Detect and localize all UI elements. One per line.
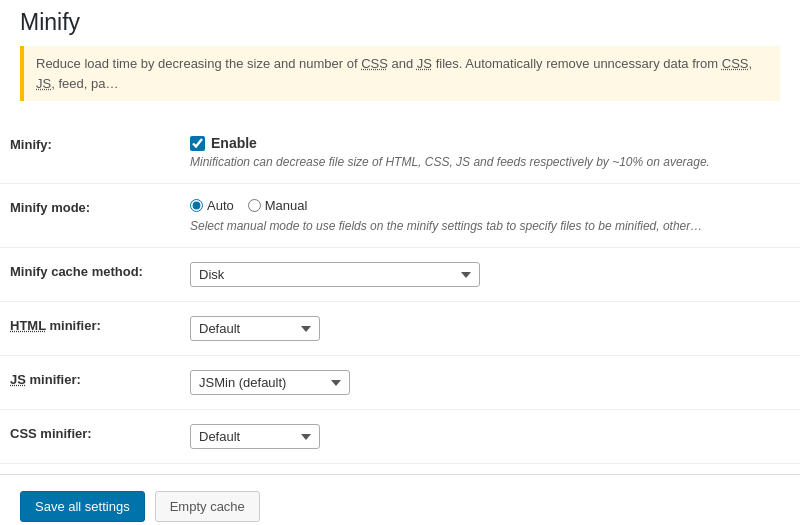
html-minifier-label: HTML minifier:: [10, 318, 101, 333]
js-link[interactable]: JS: [417, 56, 432, 71]
css-minifier-row: CSS minifier: Default YUI Compressor Non…: [0, 410, 800, 464]
js-minifier-select[interactable]: JSMin (default) Closure Compiler YUI Com…: [190, 370, 350, 395]
minify-label: Minify:: [10, 137, 52, 152]
js-minifier-value-cell: JSMin (default) Closure Compiler YUI Com…: [180, 356, 800, 410]
minify-note: Minification can decrease file size of H…: [190, 155, 790, 169]
minify-enable-checkbox[interactable]: [190, 136, 205, 151]
css-link[interactable]: CSS: [361, 56, 388, 71]
enable-checkbox-row: Enable: [190, 135, 790, 151]
mode-manual-text: Manual: [265, 198, 308, 213]
mode-auto-label[interactable]: Auto: [190, 198, 234, 213]
cache-method-label-cell: Minify cache method:: [0, 248, 180, 302]
minify-row: Minify: Enable Minification can decrease…: [0, 121, 800, 184]
mode-manual-radio[interactable]: [248, 199, 261, 212]
mode-auto-radio[interactable]: [190, 199, 203, 212]
mode-note: Select manual mode to use fields on the …: [190, 219, 710, 233]
js-minifier-label: JS minifier:: [10, 372, 81, 387]
js-minifier-label-cell: JS minifier:: [0, 356, 180, 410]
css-minifier-value-cell: Default YUI Compressor None: [180, 410, 800, 464]
description-text: Reduce load time by decreasing the size …: [36, 56, 752, 91]
js-link2[interactable]: JS: [36, 76, 51, 91]
minify-value-cell: Enable Minification can decrease file si…: [180, 121, 800, 184]
css-minifier-select[interactable]: Default YUI Compressor None: [190, 424, 320, 449]
css-link2[interactable]: CSS: [722, 56, 749, 71]
cache-method-select[interactable]: Disk Memory Opcode: APC Opcode: XCache: [190, 262, 480, 287]
cache-method-row: Minify cache method: Disk Memory Opcode:…: [0, 248, 800, 302]
minify-mode-label: Minify mode:: [10, 200, 90, 215]
html-minifier-row: HTML minifier: Default Minify None: [0, 302, 800, 356]
description-bar: Reduce load time by decreasing the size …: [20, 46, 780, 101]
cache-method-value-cell: Disk Memory Opcode: APC Opcode: XCache: [180, 248, 800, 302]
html-minifier-label-cell: HTML minifier:: [0, 302, 180, 356]
page-wrapper: Minify Reduce load time by decreasing th…: [0, 0, 800, 525]
css-minifier-label: CSS minifier:: [10, 426, 92, 441]
mode-auto-text: Auto: [207, 198, 234, 213]
minify-mode-label-cell: Minify mode:: [0, 184, 180, 248]
cache-method-label: Minify cache method:: [10, 264, 143, 279]
mode-manual-label[interactable]: Manual: [248, 198, 308, 213]
minify-label-cell: Minify:: [0, 121, 180, 184]
save-all-settings-button[interactable]: Save all settings: [20, 491, 145, 522]
mode-radio-group: Auto Manual: [190, 198, 790, 213]
js-minifier-row: JS minifier: JSMin (default) Closure Com…: [0, 356, 800, 410]
html-minifier-value-cell: Default Minify None: [180, 302, 800, 356]
page-title: Minify: [0, 0, 800, 36]
footer-bar: Save all settings Empty cache: [0, 474, 800, 525]
css-minifier-label-cell: CSS minifier:: [0, 410, 180, 464]
minify-enable-label[interactable]: Enable: [211, 135, 257, 151]
settings-table: Minify: Enable Minification can decrease…: [0, 121, 800, 464]
minify-mode-value-cell: Auto Manual Select manual mode to use fi…: [180, 184, 800, 248]
html-minifier-select[interactable]: Default Minify None: [190, 316, 320, 341]
empty-cache-button[interactable]: Empty cache: [155, 491, 260, 522]
minify-mode-row: Minify mode: Auto Manual Select manual m: [0, 184, 800, 248]
